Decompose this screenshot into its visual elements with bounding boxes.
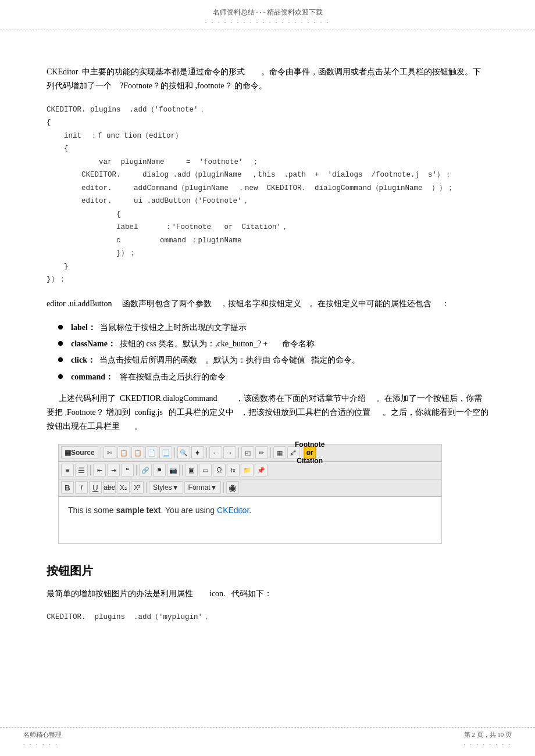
code-line: var pluginName = 'footnote' ； xyxy=(47,156,488,169)
templates-button[interactable]: 📁 xyxy=(241,464,254,476)
page-header: 名师资料总结 · · · 精品资料欢迎下载 · · · · · · · · · … xyxy=(0,0,535,30)
toolbar-row-1: ▦ Source ✄ 📋 📋 📄 📃 🔍 ✦ ← → ◰ ✏ ▦ 🖉 Footn… xyxy=(59,445,441,462)
footer-right-dots: · · · · · · · · xyxy=(464,741,512,748)
code-block-1: CKEDITOR. plugins .add（'footnote'， { ini… xyxy=(47,103,488,286)
embed-button[interactable]: 📌 xyxy=(255,464,268,476)
code-line: init ：f unc tion（editor） xyxy=(47,130,488,143)
toolbar-divider xyxy=(146,482,147,493)
anchor-button[interactable]: ⚑ xyxy=(153,464,166,476)
code-line: label ：'Footnote or Citation'， xyxy=(47,221,488,234)
paste-text-button[interactable]: 📄 xyxy=(145,446,158,459)
subscript-button[interactable]: X₂ xyxy=(117,481,130,494)
blockquote-button[interactable]: ❝ xyxy=(121,464,134,476)
styles-dropdown[interactable]: Styles ▼ xyxy=(149,481,183,494)
hline-button[interactable]: ▭ xyxy=(199,464,212,476)
toolbar-divider xyxy=(90,465,91,475)
toolbar-row-3: B I U abc X₂ X² Styles ▼ Format ▼ ◉ xyxy=(59,479,441,497)
bullet-list-button[interactable]: ☰ xyxy=(75,464,88,476)
find-button[interactable]: 🔍 xyxy=(177,446,190,459)
replace-button[interactable]: ✦ xyxy=(191,446,204,459)
undo-button[interactable]: ← xyxy=(209,446,222,459)
footer-left-dots: · · · · · · xyxy=(23,741,59,748)
toolbar-divider xyxy=(206,447,207,458)
toolbar-divider xyxy=(101,447,101,458)
toolbar-divider xyxy=(174,447,175,458)
code-line: editor. ui .addButton（'Footnote'， xyxy=(47,195,488,208)
superscript-button[interactable]: X² xyxy=(131,481,144,494)
main-content: CKEditor 中主要的功能的实现基本都是通过命令的形式 。命令由事件，函数调… xyxy=(0,65,535,624)
footer-right: 第 2 页，共 10 页 · · · · · · · · xyxy=(464,730,512,750)
footer-left-label: 名师精心整理 xyxy=(23,731,62,738)
desc-paragraph: editor .ui.addButton 函数声明包含了两个参数 ，按钮名字和按… xyxy=(47,297,488,311)
section-title-button-image: 按钮图片 xyxy=(47,561,488,580)
code-line: { xyxy=(47,208,488,221)
editor-screenshot: ▦ Source ✄ 📋 📋 📄 📃 🔍 ✦ ← → ◰ ✏ ▦ 🖉 Footn… xyxy=(58,444,442,544)
code-line: editor. addCommand（pluginName ，new CKEDI… xyxy=(47,182,488,195)
char-button[interactable]: Ω xyxy=(213,464,226,476)
code-line: CKEDITOR. plugins .add（'footnote'， xyxy=(47,103,488,117)
image-button[interactable]: 📷 xyxy=(167,464,180,476)
toolbar-divider xyxy=(136,465,137,475)
spell-button[interactable]: ✏ xyxy=(255,446,268,459)
bullet-dot xyxy=(58,325,63,329)
table2-button[interactable]: ▣ xyxy=(185,464,198,476)
formula-button[interactable]: fx xyxy=(227,464,240,476)
code-block-2: CKEDITOR. plugins .add（'myplugin'， xyxy=(47,611,488,624)
bold-button[interactable]: B xyxy=(61,481,74,494)
bullet-dot xyxy=(58,374,63,379)
format-dropdown[interactable]: Format ▼ xyxy=(184,481,222,494)
color-button[interactable]: ◉ xyxy=(226,481,239,494)
link-button[interactable]: 🔗 xyxy=(139,464,152,476)
code-line: CKEDITOR. plugins .add（'myplugin'， xyxy=(47,611,488,624)
toolbar-divider xyxy=(182,465,183,475)
code-line: CKEDITOR. dialog .add（pluginName ，this .… xyxy=(47,169,488,182)
source-label: Source xyxy=(71,449,95,457)
styles-arrow: ▼ xyxy=(172,483,179,492)
list-item: className： 按钮的 css 类名。默认为：,cke_button_? … xyxy=(47,338,488,350)
code-line: { xyxy=(47,142,488,156)
code-line: } xyxy=(47,260,488,274)
toolbar-divider xyxy=(238,447,239,458)
toolbar-row-2: ≡ ☰ ⇤ ⇥ ❝ 🔗 ⚑ 📷 ▣ ▭ Ω fx 📁 📌 xyxy=(59,462,441,479)
list-item: click： 当点击按钮后所调用的函数 。默认为：执行由 命令键值 指定的命令。 xyxy=(47,354,488,367)
list-item-text: className： 按钮的 css 类名。默认为：,cke_button_? … xyxy=(71,338,315,350)
editor-sample-text: This is some sample text. You are using … xyxy=(68,504,432,517)
page-footer: 名师精心整理 · · · · · · 第 2 页，共 10 页 · · · · … xyxy=(0,727,535,750)
table-button[interactable]: ▦ xyxy=(273,446,286,459)
ordered-list-button[interactable]: ≡ xyxy=(61,464,74,476)
code-line: c ommand ：pluginName xyxy=(47,234,488,248)
code-line: { xyxy=(47,116,488,130)
outdent-button[interactable]: ⇤ xyxy=(93,464,106,476)
list-item-text: label： 当鼠标位于按钮之上时所出现的文字提示 xyxy=(71,321,247,334)
paste-word-button[interactable]: 📃 xyxy=(159,446,172,459)
code-line: }）； xyxy=(47,247,488,260)
italic-button[interactable]: I xyxy=(75,481,88,494)
paste-button[interactable]: 📋 xyxy=(131,446,144,459)
cut-button[interactable]: ✄ xyxy=(104,446,116,459)
list-item: label： 当鼠标位于按钮之上时所出现的文字提示 xyxy=(47,321,488,334)
header-title: 名师资料总结 · · · 精品资料欢迎下载 xyxy=(0,7,535,18)
copy-button[interactable]: 📋 xyxy=(117,446,130,459)
editor-content-area: This is some sample text. You are using … xyxy=(59,497,441,543)
header-dots: · · · · · · · · · · · · · · · · · · · · xyxy=(0,18,535,27)
redo-button[interactable]: → xyxy=(223,446,236,459)
toolbar-divider xyxy=(270,447,271,458)
desc2-paragraph: 上述代码利用了 CKEDTIOR.dialogCommand ，该函数将在下面的… xyxy=(47,392,488,433)
footer-left: 名师精心整理 · · · · · · xyxy=(23,730,62,750)
footnote-button[interactable]: Footnote or Citation xyxy=(304,446,316,459)
show-blocks-button[interactable]: ◰ xyxy=(241,446,254,459)
bullet-dot xyxy=(58,341,63,346)
section2-paragraph: 最简单的增加按钮图片的办法是利用属性 icon. 代码如下： xyxy=(47,587,488,601)
indent-button[interactable]: ⇥ xyxy=(107,464,120,476)
toolbar-divider xyxy=(223,482,224,493)
source-button[interactable]: ▦ Source xyxy=(61,446,98,459)
list-item-text: command： 将在按钮点击之后执行的命令 xyxy=(71,371,226,384)
format-arrow: ▼ xyxy=(211,483,217,492)
strike-button[interactable]: abc xyxy=(103,481,116,494)
code-line: }）； xyxy=(47,273,488,286)
footnote-label: Footnote or Citation xyxy=(295,440,324,465)
footer-right-label: 第 2 页，共 10 页 xyxy=(464,731,512,738)
underline-button[interactable]: U xyxy=(89,481,102,494)
list-item: command： 将在按钮点击之后执行的命令 xyxy=(47,371,488,384)
list-item-text: click： 当点击按钮后所调用的函数 。默认为：执行由 命令键值 指定的命令。 xyxy=(71,354,360,367)
